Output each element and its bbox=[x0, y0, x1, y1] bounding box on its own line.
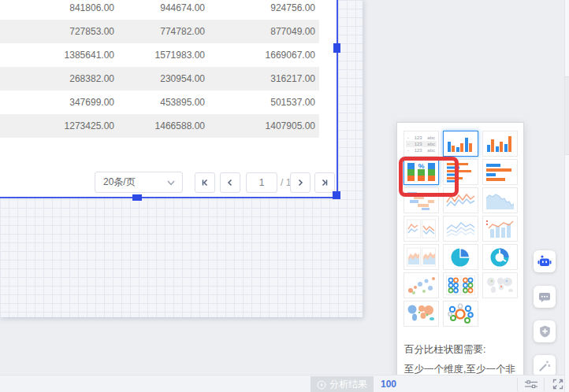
combo-chart-icon bbox=[485, 218, 515, 239]
chart-type-multi-line[interactable] bbox=[443, 216, 478, 242]
chevron-down-icon bbox=[167, 180, 175, 186]
widget-selection-border bbox=[337, 0, 338, 198]
dashboard-canvas[interactable]: 841806.00 944674.00 924756.00 727853.00 … bbox=[0, 0, 363, 317]
page-size-label: 20条/页 bbox=[103, 176, 136, 187]
multi-line-chart-icon bbox=[445, 218, 476, 239]
chart-type-donut[interactable] bbox=[482, 244, 518, 270]
table-row: 1273425.00 1466588.00 1407905.00 bbox=[0, 114, 319, 138]
map-chart-icon bbox=[485, 275, 515, 296]
last-page-button[interactable] bbox=[314, 172, 335, 193]
table-row: 347699.00 453895.00 501537.00 bbox=[0, 91, 319, 114]
table-cell: 944674.00 bbox=[114, 2, 205, 13]
table-row: 727853.00 774782.00 877049.00 bbox=[0, 20, 319, 43]
table-cell: 1571983.00 bbox=[114, 50, 205, 61]
chart-type-picker-panel: -123abc -123abc -123abc % bbox=[396, 122, 524, 392]
magic-wand-button[interactable] bbox=[534, 355, 556, 377]
table-cell: 347699.00 bbox=[0, 97, 114, 108]
statusbar-divider bbox=[517, 378, 518, 391]
table-cell: 1385641.00 bbox=[0, 50, 114, 61]
analyze-icon bbox=[317, 380, 326, 390]
page-size-select[interactable]: 20条/页 bbox=[95, 172, 183, 193]
chart-type-stacked-bar[interactable] bbox=[482, 159, 518, 185]
comments-button[interactable] bbox=[534, 286, 556, 308]
vertical-scrollbar[interactable] bbox=[564, 0, 569, 392]
robot-icon bbox=[537, 255, 552, 268]
gantt-chart-icon bbox=[406, 190, 437, 211]
chart-type-multi-panel-line[interactable] bbox=[404, 216, 439, 242]
percentage-column-chart-icon: % bbox=[406, 161, 437, 183]
line-chart-icon bbox=[445, 190, 476, 211]
table-cell: 501537.00 bbox=[205, 97, 315, 108]
adjust-settings-button[interactable] bbox=[519, 375, 544, 392]
chart-type-network[interactable] bbox=[443, 301, 478, 327]
analyze-result-button[interactable]: 分析结果 bbox=[311, 376, 374, 392]
table-cell: 727853.00 bbox=[0, 26, 114, 37]
chart-type-gantt[interactable] bbox=[404, 187, 439, 213]
table-cell: 453895.00 bbox=[114, 97, 205, 108]
multi-panel-area-chart-icon bbox=[406, 246, 437, 268]
table-chart-icon: -123abc -123abc -123abc bbox=[406, 135, 437, 153]
status-bar: 分析结果 100 bbox=[0, 375, 569, 392]
table-cell: 1669067.00 bbox=[205, 50, 315, 61]
table-cell: 1466588.00 bbox=[114, 120, 205, 131]
chart-type-map-colored[interactable] bbox=[404, 301, 439, 327]
zoom-level-value[interactable]: 100 bbox=[381, 376, 396, 392]
network-chart-icon bbox=[445, 303, 476, 324]
ai-assistant-button[interactable] bbox=[534, 250, 556, 272]
stacked-bar-chart-icon bbox=[485, 161, 515, 183]
chart-type-scatter[interactable] bbox=[404, 272, 439, 298]
table-cell: 841806.00 bbox=[0, 2, 114, 13]
chart-type-line[interactable] bbox=[443, 187, 478, 213]
table-cell: 924756.00 bbox=[205, 2, 315, 13]
chart-type-column-line-combo[interactable] bbox=[482, 216, 518, 242]
table-cell: 316217.00 bbox=[205, 73, 315, 84]
prev-page-button[interactable] bbox=[220, 172, 240, 193]
svg-text:%: % bbox=[418, 162, 424, 170]
chart-type-pie[interactable] bbox=[443, 244, 478, 270]
shield-add-button[interactable] bbox=[534, 320, 556, 342]
resize-handle-bottom[interactable] bbox=[132, 194, 142, 201]
sliders-icon bbox=[524, 379, 538, 389]
prev-page-icon bbox=[225, 178, 235, 187]
resize-handle-corner[interactable] bbox=[333, 191, 340, 199]
table-row: 841806.00 944674.00 924756.00 bbox=[0, 0, 319, 20]
app-window: 841806.00 944674.00 924756.00 727853.00 … bbox=[0, 0, 569, 392]
chart-requirement-title: 百分比柱状图需要: bbox=[404, 343, 521, 357]
donut-chart-icon bbox=[489, 246, 512, 268]
table-cell: 230954.00 bbox=[114, 73, 205, 84]
shield-plus-icon bbox=[539, 325, 551, 338]
chart-type-table[interactable]: -123abc -123abc -123abc bbox=[404, 131, 439, 157]
multi-panel-line-chart-icon bbox=[406, 218, 437, 239]
pie-chart-icon bbox=[449, 246, 473, 268]
table-cell: 877049.00 bbox=[205, 26, 315, 37]
chart-type-map-faded[interactable] bbox=[482, 272, 518, 298]
table-row: 1385641.00 1571983.00 1669067.00 bbox=[0, 43, 319, 67]
chart-type-bar[interactable] bbox=[443, 159, 478, 185]
world-map-chart-icon bbox=[406, 303, 437, 324]
table-cell: 1407905.00 bbox=[205, 120, 315, 131]
table-cell: 268382.00 bbox=[0, 73, 114, 84]
chart-type-column[interactable] bbox=[443, 131, 478, 157]
first-page-button[interactable] bbox=[195, 172, 215, 193]
column-chart-icon bbox=[445, 133, 476, 154]
table-cell: 1273425.00 bbox=[0, 120, 114, 131]
next-page-icon bbox=[296, 178, 305, 187]
statusbar-divider bbox=[544, 378, 545, 391]
table-body: 841806.00 944674.00 924756.00 727853.00 … bbox=[0, 0, 319, 138]
last-page-icon bbox=[320, 178, 329, 187]
page-number-input[interactable] bbox=[246, 172, 277, 193]
expand-arrows-icon bbox=[552, 379, 563, 390]
scrollbar-thumb[interactable] bbox=[565, 76, 569, 155]
chart-type-grouped-column[interactable] bbox=[482, 131, 518, 157]
chart-type-area[interactable] bbox=[482, 187, 518, 213]
chart-type-percentage-column[interactable]: % bbox=[404, 159, 439, 185]
dot-matrix-chart-icon bbox=[445, 275, 476, 296]
chart-type-dot-matrix[interactable] bbox=[443, 272, 478, 298]
scatter-chart-icon bbox=[406, 275, 437, 296]
widget-selection-border bbox=[0, 197, 338, 198]
table-widget[interactable]: 841806.00 944674.00 924756.00 727853.00 … bbox=[0, 0, 337, 198]
chart-type-multi-panel-area[interactable] bbox=[404, 244, 439, 270]
resize-handle-right[interactable] bbox=[333, 43, 340, 53]
table-row: 268382.00 230954.00 316217.00 bbox=[0, 67, 319, 91]
next-page-button[interactable] bbox=[290, 172, 311, 193]
